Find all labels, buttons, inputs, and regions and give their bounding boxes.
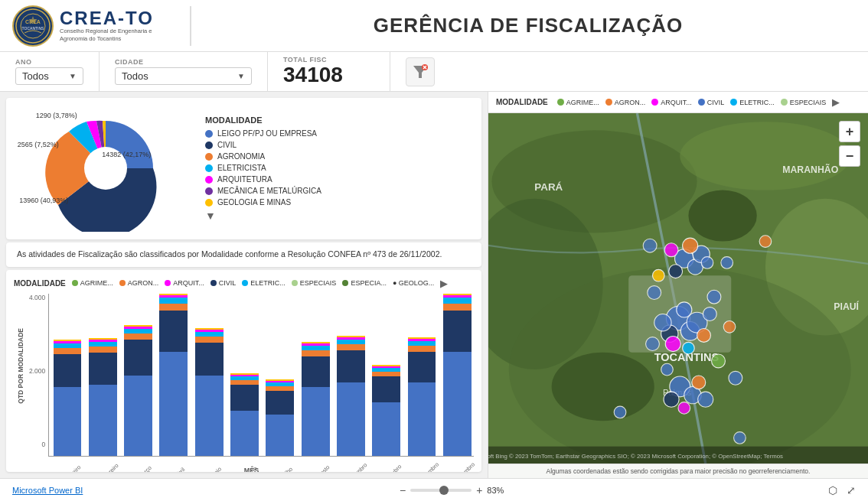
bar-text-arquit: ARQUIT... bbox=[173, 279, 204, 287]
svg-point-29 bbox=[665, 337, 680, 352]
map-dot-civil bbox=[698, 99, 705, 106]
bar-segment bbox=[159, 304, 188, 311]
legend-item-agronomia: AGRONOMIA bbox=[205, 152, 474, 161]
svg-point-55 bbox=[643, 239, 657, 252]
power-bi-link[interactable]: Microsoft Power BI bbox=[12, 486, 83, 495]
right-panel: MODALIDADE AGRIME... AGRON... ARQUIT... … bbox=[488, 92, 868, 478]
legend-label-geologia: GEOLOGIA E MINAS bbox=[217, 198, 291, 207]
filter-funnel-icon[interactable] bbox=[406, 57, 435, 86]
bar-segment bbox=[89, 353, 117, 385]
svg-point-44 bbox=[692, 376, 706, 389]
info-text-box: As atividades de Fiscalização são classi… bbox=[6, 242, 481, 267]
logo-subtitle: Conselho Regional de Engenharia e Agrono… bbox=[60, 28, 159, 43]
pie-section: 14382 (42,17%) 13960 (40,93%) 2565 (7,52… bbox=[6, 98, 481, 239]
svg-point-36 bbox=[669, 265, 683, 278]
bar-segment bbox=[89, 385, 117, 456]
map-controls: + − bbox=[839, 121, 860, 167]
svg-point-47 bbox=[648, 286, 661, 300]
cidade-filter: CIDADE Todos ▼ bbox=[100, 52, 268, 91]
svg-point-40 bbox=[701, 257, 713, 269]
legend-label-eletricista: ELETRICISTA bbox=[217, 164, 266, 172]
ano-value: Todos bbox=[22, 70, 63, 82]
header-divider bbox=[190, 6, 191, 46]
legend-item-eletricista: ELETRICISTA bbox=[205, 164, 474, 172]
map-text-arquit: ARQUIT... bbox=[661, 99, 692, 106]
map-legend-arrow[interactable]: ▶ bbox=[832, 96, 840, 108]
bar-legend-eletric: ELETRIC... bbox=[242, 279, 286, 287]
zoom-minus-button[interactable]: − bbox=[400, 484, 406, 496]
map-legend-agron: AGRON... bbox=[605, 99, 646, 106]
zoom-slider-thumb[interactable] bbox=[439, 486, 449, 495]
bar-legend-civil: CIVIL bbox=[210, 279, 237, 287]
zoom-plus-button[interactable]: + bbox=[476, 484, 482, 496]
pie-legend: MODALIDADE LEIGO PF/PJ OU EMPRESA CIVIL … bbox=[205, 115, 474, 222]
main-content: 14382 (42,17%) 13960 (40,93%) 2565 (7,52… bbox=[0, 92, 868, 478]
bar-dot-especia bbox=[342, 280, 348, 286]
legend-scroll-down[interactable]: ▼ bbox=[205, 210, 474, 222]
bar-segment bbox=[124, 333, 152, 340]
bar-dot-arquit bbox=[165, 280, 171, 286]
bars-and-ticks: 4.000 2.000 0 janeirofeve bbox=[29, 294, 474, 465]
svg-point-52 bbox=[707, 290, 721, 304]
bar-group bbox=[228, 294, 261, 456]
map-legend-civil: CIVIL bbox=[698, 99, 725, 106]
share-icon[interactable]: ⬡ bbox=[828, 484, 837, 496]
filter-icon-button[interactable] bbox=[390, 52, 450, 91]
expand-icon[interactable]: ⤢ bbox=[847, 484, 856, 496]
svg-point-46 bbox=[698, 392, 713, 407]
bar-segment bbox=[302, 356, 330, 387]
cidade-select[interactable]: Todos ▼ bbox=[115, 67, 252, 85]
svg-text:MARANHÃO: MARANHÃO bbox=[782, 164, 838, 175]
svg-point-17 bbox=[688, 190, 756, 242]
legend-item-geologia: GEOLOGIA E MINAS bbox=[205, 198, 474, 207]
legend-dot-arquitetura bbox=[205, 176, 213, 184]
ano-dropdown-icon: ▼ bbox=[69, 72, 77, 80]
total-fisc-section: TOTAL FISC 34108 bbox=[268, 52, 390, 91]
y-tick-2000: 2.000 bbox=[29, 367, 45, 375]
zoom-slider-track[interactable] bbox=[410, 489, 472, 492]
legend-dot-agronomia bbox=[205, 153, 213, 161]
bar-group bbox=[157, 294, 190, 456]
svg-point-31 bbox=[654, 314, 671, 331]
map-zoom-out-button[interactable]: − bbox=[839, 145, 860, 167]
map-legend-bar: MODALIDADE AGRIME... AGRON... ARQUIT... … bbox=[488, 92, 868, 113]
ano-select[interactable]: Todos ▼ bbox=[15, 67, 83, 85]
svg-point-39 bbox=[664, 243, 678, 257]
map-area[interactable]: PARÁ MARANHÃO PIAUÍ TOCANTINS Palmas bbox=[488, 113, 868, 464]
map-text-agrime: AGRIME... bbox=[566, 99, 599, 106]
svg-text:PARÁ: PARÁ bbox=[534, 181, 563, 193]
map-dot-agrime bbox=[557, 99, 564, 106]
map-legend-agrime: AGRIME... bbox=[557, 99, 599, 106]
bar-segment bbox=[195, 343, 224, 376]
pie-inner: 14382 (42,17%) 13960 (40,93%) 2565 (7,52… bbox=[14, 106, 474, 232]
svg-point-49 bbox=[661, 363, 674, 376]
bar-group bbox=[51, 294, 83, 456]
bar-legend-row: MODALIDADE AGRIME... AGRON... ARQUIT... … bbox=[14, 278, 474, 289]
bar-segment bbox=[302, 350, 330, 356]
bar-segment bbox=[159, 352, 188, 456]
pie-legend-title: MODALIDADE bbox=[205, 115, 474, 125]
bar-segment bbox=[337, 350, 365, 382]
zoom-control: − + 83% bbox=[400, 484, 511, 496]
bar-dot-agrime bbox=[72, 280, 78, 286]
bar-segment bbox=[89, 346, 117, 353]
svg-text:TOCANTINS: TOCANTINS bbox=[22, 26, 44, 31]
bar-dot-especiais bbox=[292, 280, 298, 286]
bar-segment bbox=[54, 348, 82, 354]
bar-legend-arrow[interactable]: ▶ bbox=[440, 278, 448, 289]
svg-point-54 bbox=[721, 257, 733, 269]
bar-text-especia: ESPECIA... bbox=[351, 279, 387, 287]
bar-segment bbox=[124, 340, 152, 376]
filter-bar: ANO Todos ▼ CIDADE Todos ▼ TOTAL FISC 34… bbox=[0, 52, 868, 92]
bar-segment bbox=[230, 385, 259, 411]
funnel-svg-icon bbox=[412, 63, 429, 80]
bar-segment bbox=[372, 376, 400, 402]
map-zoom-in-button[interactable]: + bbox=[839, 121, 860, 142]
legend-item-arquitetura: ARQUITETURA bbox=[205, 175, 474, 184]
bottom-icons-area: ⬡ ⤢ bbox=[828, 484, 856, 496]
bar-group bbox=[193, 294, 226, 456]
bars-area: janeirofevereiromarçoabrilmaiojunhojulho… bbox=[48, 294, 474, 465]
bars-container bbox=[48, 294, 474, 457]
bar-segment bbox=[443, 352, 472, 456]
bar-group bbox=[370, 294, 403, 456]
